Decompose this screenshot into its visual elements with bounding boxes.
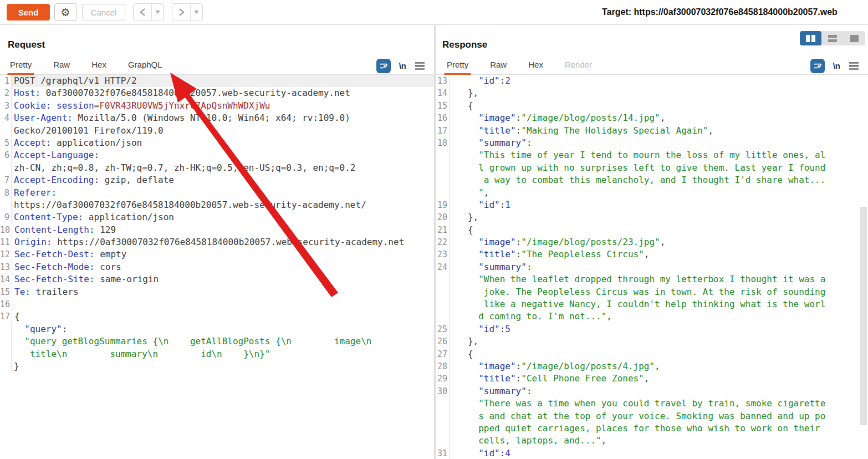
show-newlines-toggle[interactable]: \n: [833, 61, 840, 70]
line-number: 6: [0, 149, 12, 161]
line-number: [0, 162, 12, 174]
code-line: 12Sec-Fetch-Dest: empty: [0, 248, 434, 261]
tab-raw[interactable]: Raw: [490, 60, 507, 74]
show-newlines-toggle[interactable]: \n: [399, 61, 406, 70]
code-line: 5Accept: application/json: [0, 137, 434, 149]
code-line: "There was a time when you could travel …: [436, 397, 868, 410]
editor-split: Request PrettyRawHexGraphQL \n 1POST /gr…: [0, 25, 868, 459]
tab-hex[interactable]: Hex: [528, 60, 543, 74]
tab-pretty[interactable]: Pretty: [447, 60, 468, 74]
send-button[interactable]: Send: [7, 4, 50, 21]
code-line: 7Accept-Encoding: gzip, deflate: [0, 174, 434, 186]
code-line: 24 "summary":: [436, 261, 868, 273]
line-number: [436, 310, 450, 323]
code-line: l grown up with no surprises left to giv…: [436, 162, 868, 174]
line-number: 14: [436, 87, 450, 99]
line-number: 13: [436, 75, 450, 87]
code-line: pped quiet carriages, places for those w…: [436, 422, 868, 435]
line-number: 16: [0, 298, 12, 310]
line-number: 15: [0, 286, 12, 298]
code-line: 3Cookie: session=F0VR43RU0VW5jYnxrc7ApQs…: [0, 100, 434, 112]
tab-pretty[interactable]: Pretty: [10, 60, 32, 74]
tab-hex[interactable]: Hex: [91, 60, 106, 74]
target-url: Target: https://0af30007032f076e84581840…: [602, 7, 838, 17]
rows-layout-icon: [828, 35, 837, 42]
line-number: 11: [0, 236, 12, 248]
line-number: 9: [0, 211, 12, 223]
code-line: 14Sec-Fetch-Site: same-origin: [0, 273, 434, 285]
code-line: 29 "title":"Cell Phone Free Zones",: [436, 373, 868, 385]
line-number: 16: [436, 112, 450, 124]
code-line: 26 },: [436, 335, 868, 348]
settings-button[interactable]: ⚙: [54, 3, 76, 21]
code-line: "When the leaflet dropped through my let…: [436, 273, 868, 285]
request-title: Request: [8, 39, 45, 50]
line-number: [0, 199, 12, 211]
code-line: "query getBlogSummaries {\n getAllBlogPo…: [0, 335, 434, 348]
request-editor[interactable]: 1POST /graphql/v1 HTTP/22Host: 0af300070…: [0, 75, 434, 459]
tab-graphql[interactable]: GraphQL: [128, 60, 162, 74]
word-wrap-icon: [812, 60, 823, 72]
code-line: s and chat at the top of your voice. Smo…: [436, 410, 868, 422]
code-line: 10Content-Length: 129: [0, 224, 434, 236]
response-viewer[interactable]: 13 "id":214 },15 {16 "image":"/image/blo…: [436, 75, 868, 459]
code-line: cells, laptops, and...",: [436, 435, 868, 447]
word-wrap-toggle-button[interactable]: [810, 59, 825, 73]
code-line: like a negative Nancy, I couldn't help t…: [436, 298, 868, 310]
code-line: 22 "image":"/image/blog/posts/23.jpg",: [436, 236, 868, 248]
code-line: 11Origin: https://0af30007032f076e845818…: [0, 236, 434, 248]
code-line: 4User-Agent: Mozilla/5.0 (Windows NT 10.…: [0, 112, 434, 124]
history-back-button[interactable]: [133, 3, 164, 21]
layout-single-button[interactable]: [844, 31, 865, 45]
tab-raw[interactable]: Raw: [53, 60, 70, 74]
line-number: [0, 360, 12, 373]
code-line: 17 "title":"Making The Holidays Special …: [436, 125, 868, 137]
tab-render[interactable]: Render: [565, 60, 592, 74]
layout-columns-button[interactable]: [800, 31, 821, 45]
line-number: 8: [0, 187, 12, 199]
code-line: 2Host: 0af30007032f076e8458184000b20057.…: [0, 87, 434, 99]
forward-dropdown-button[interactable]: [190, 4, 202, 21]
line-number: [436, 422, 450, 435]
menu-icon[interactable]: [849, 62, 859, 70]
history-forward-button[interactable]: [172, 3, 203, 21]
code-line: 13Sec-Fetch-Mode: cors: [0, 261, 434, 273]
code-line: 6Accept-Language:: [0, 149, 434, 161]
code-line: }: [0, 360, 434, 373]
menu-icon[interactable]: [415, 62, 425, 70]
line-number: 10: [0, 224, 12, 236]
code-line: 21 {: [436, 224, 868, 236]
layout-rows-button[interactable]: [821, 31, 843, 45]
back-dropdown-button[interactable]: [151, 4, 164, 21]
line-number: [436, 187, 450, 199]
line-number: 15: [436, 100, 450, 112]
columns-layout-icon: [806, 35, 815, 42]
word-wrap-toggle-button[interactable]: [376, 59, 391, 73]
line-number: 14: [0, 273, 12, 285]
top-toolbar: Send ⚙ Cancel Target: https://0af3000703…: [0, 0, 868, 25]
line-number: 26: [436, 335, 450, 348]
code-line: 1POST /graphql/v1 HTTP/2: [0, 75, 434, 87]
line-number: 29: [436, 373, 450, 385]
code-line: 25 "id":5: [436, 323, 868, 335]
code-line: 13 "id":2: [436, 75, 868, 87]
chevron-left-icon: [134, 4, 151, 21]
code-line: zh-CN, zh;q=0.8, zh-TW;q=0.7, zh-HK;q=0.…: [0, 162, 434, 174]
code-line: "query":: [0, 323, 434, 335]
request-panel: Request PrettyRawHexGraphQL \n 1POST /gr…: [0, 25, 434, 459]
line-number: [436, 174, 450, 186]
cancel-button[interactable]: Cancel: [82, 4, 125, 21]
response-scrollbar-thumb[interactable]: [860, 207, 867, 425]
code-line: 18 "summary":: [436, 137, 868, 149]
code-line: d coming to. I'm not...",: [436, 310, 868, 323]
code-line: title\n summary\n id\n }\n}": [0, 348, 434, 360]
code-line: 16: [0, 298, 434, 310]
response-editor-icons: \n: [810, 57, 859, 75]
layout-toggle-group: [800, 31, 865, 45]
line-number: 28: [436, 360, 450, 373]
line-number: 21: [436, 224, 450, 236]
code-line: 31 "id":4: [436, 447, 868, 459]
line-number: 3: [0, 100, 12, 112]
line-number: 31: [436, 447, 450, 459]
code-line: joke. The Peopleless Circus was in town.…: [436, 286, 868, 298]
